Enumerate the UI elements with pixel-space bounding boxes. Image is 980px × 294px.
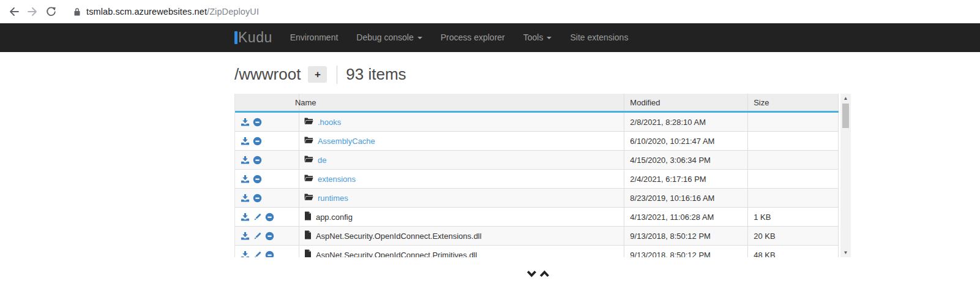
- scroll-up-arrow[interactable]: ▲: [840, 94, 851, 103]
- item-name[interactable]: app.config: [316, 213, 353, 222]
- scroll-down-arrow[interactable]: ▼: [840, 248, 851, 257]
- ban-icon: [253, 194, 262, 203]
- delete-button[interactable]: [253, 118, 262, 127]
- item-name[interactable]: .hooks: [318, 118, 341, 127]
- download-button[interactable]: [241, 175, 250, 184]
- current-path-title: /wwwroot: [234, 65, 301, 84]
- ban-icon: [253, 175, 262, 184]
- nav-item-process-explorer[interactable]: Process explorer: [432, 23, 514, 52]
- download-icon: [241, 251, 250, 258]
- edit-button[interactable]: [253, 232, 262, 241]
- table-row: extensions 2/4/2021, 6:17:16 PM: [235, 170, 839, 189]
- kudu-logo[interactable]: Kudu: [234, 29, 272, 46]
- size-column-header: Size: [748, 94, 839, 111]
- download-icon: [241, 194, 250, 203]
- nav-item-debug-console[interactable]: Debug console: [347, 23, 431, 52]
- folder-icon: [304, 117, 313, 127]
- folder-icon: [304, 193, 313, 203]
- size-cell: 20 KB: [748, 227, 839, 245]
- download-icon: [241, 175, 250, 184]
- download-icon: [241, 156, 250, 165]
- table-row: de 4/15/2020, 3:06:34 PM: [235, 151, 839, 170]
- ban-icon: [253, 118, 262, 127]
- modified-cell: 4/13/2021, 11:06:28 AM: [624, 208, 748, 226]
- delete-button[interactable]: [265, 213, 274, 222]
- modified-cell: 6/10/2020, 10:21:47 AM: [624, 132, 748, 150]
- directory-heading: /wwwroot + 93 items: [234, 65, 406, 84]
- edit-button[interactable]: [253, 251, 262, 258]
- chevron-down-icon: [547, 37, 552, 39]
- kudu-logo-bar: [234, 31, 238, 44]
- modified-cell: 2/8/2021, 8:28:10 AM: [624, 113, 748, 131]
- kudu-navbar: Kudu Environment Debug console Process e…: [0, 23, 980, 52]
- reload-button[interactable]: [42, 2, 60, 21]
- delete-button[interactable]: [253, 156, 262, 165]
- table-row: runtimes 8/23/2019, 10:16:16 AM: [235, 189, 839, 208]
- chevron-up-icon: [539, 270, 550, 278]
- item-name[interactable]: AspNet.Security.OpenIdConnect.Extensions…: [316, 232, 482, 241]
- table-row: app.config 4/13/2021, 11:06:28 AM 1 KB: [235, 208, 839, 227]
- edit-button[interactable]: [253, 213, 262, 222]
- download-button[interactable]: [241, 213, 250, 222]
- actions-column-header: [235, 94, 299, 111]
- new-item-button[interactable]: +: [308, 66, 327, 83]
- chevron-up-button[interactable]: [539, 270, 550, 278]
- url-domain: tsmlab.scm.azurewebsites.net: [86, 7, 207, 17]
- back-button[interactable]: [5, 2, 23, 21]
- forward-button[interactable]: [23, 2, 42, 21]
- folder-icon: [304, 136, 313, 146]
- table-row: AssemblyCache 6/10/2020, 10:21:47 AM: [235, 132, 839, 151]
- download-icon: [241, 118, 250, 127]
- address-bar[interactable]: tsmlab.scm.azurewebsites.net/ZipDeployUI: [73, 2, 980, 21]
- pencil-icon: [253, 213, 262, 222]
- chevron-down-icon: [526, 270, 537, 278]
- file-icon: [304, 211, 312, 222]
- nav-item-tools[interactable]: Tools: [514, 23, 561, 52]
- download-icon: [241, 232, 250, 241]
- item-name[interactable]: AspNet.Security.OpenIdConnect.Primitives…: [316, 251, 477, 258]
- file-table-body: .hooks 2/8/2021, 8:28:10 AM: [235, 113, 839, 257]
- back-icon: [9, 7, 20, 17]
- item-name[interactable]: extensions: [318, 175, 356, 184]
- file-browser: Name Modified Size: [234, 94, 851, 257]
- file-table: Name Modified Size: [234, 94, 839, 257]
- ban-icon: [253, 156, 262, 165]
- pencil-icon: [253, 251, 262, 258]
- modified-cell: 9/13/2018, 8:50:12 PM: [624, 246, 748, 257]
- scrollbar-thumb[interactable]: [842, 104, 849, 128]
- nav-item-site-extensions[interactable]: Site extensions: [561, 23, 637, 52]
- modified-cell: 2/4/2021, 6:17:16 PM: [624, 170, 748, 188]
- ban-icon: [265, 213, 274, 222]
- file-table-header: Name Modified Size: [235, 94, 839, 113]
- size-cell: [748, 170, 839, 188]
- items-count: 93 items: [346, 65, 406, 84]
- item-name[interactable]: de: [318, 156, 326, 165]
- delete-button[interactable]: [265, 251, 274, 258]
- size-cell: [748, 189, 839, 207]
- url-text: tsmlab.scm.azurewebsites.net/ZipDeployUI: [86, 7, 259, 17]
- reload-icon: [46, 7, 56, 17]
- nav-item-environment[interactable]: Environment: [281, 23, 348, 52]
- delete-button[interactable]: [253, 137, 262, 146]
- url-path: /ZipDeployUI: [207, 7, 259, 17]
- delete-button[interactable]: [265, 232, 274, 241]
- pencil-icon: [253, 232, 262, 241]
- download-button[interactable]: [241, 194, 250, 203]
- file-icon: [304, 249, 312, 257]
- download-button[interactable]: [241, 137, 250, 146]
- chevron-down-button[interactable]: [526, 270, 537, 278]
- forward-icon: [27, 7, 38, 17]
- download-button[interactable]: [241, 232, 250, 241]
- lock-icon: [73, 7, 81, 17]
- delete-button[interactable]: [253, 175, 262, 184]
- table-row: AspNet.Security.OpenIdConnect.Extensions…: [235, 227, 839, 246]
- delete-button[interactable]: [253, 194, 262, 203]
- download-button[interactable]: [241, 118, 250, 127]
- download-button[interactable]: [241, 251, 250, 258]
- item-name[interactable]: runtimes: [318, 194, 348, 203]
- size-cell: [748, 113, 839, 131]
- table-scrollbar[interactable]: ▲ ▼: [840, 94, 851, 257]
- download-button[interactable]: [241, 156, 250, 165]
- size-cell: [748, 132, 839, 150]
- item-name[interactable]: AssemblyCache: [318, 137, 375, 146]
